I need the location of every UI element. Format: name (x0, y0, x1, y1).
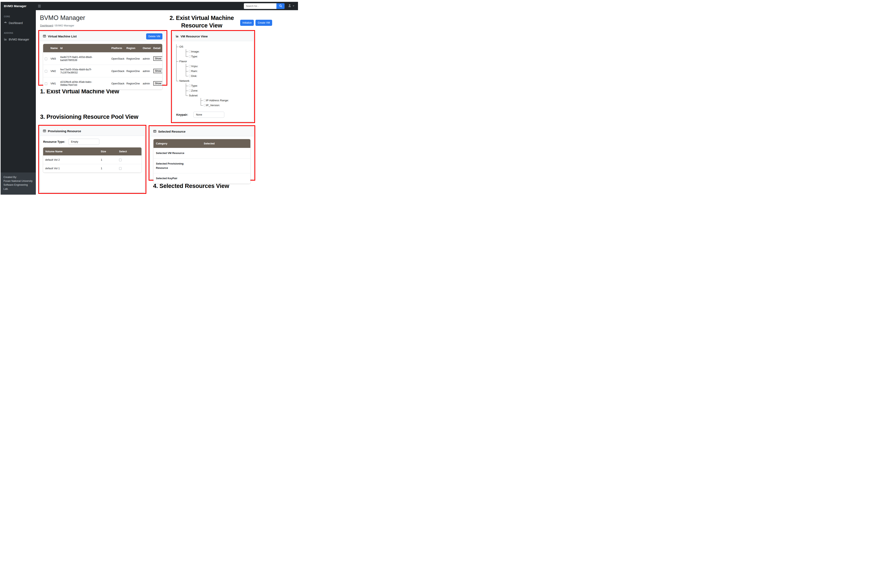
table-icon (153, 130, 156, 134)
sidebar-item-label: BVMO Manager (9, 38, 29, 41)
top-navbar: BVMO Manager (1, 2, 298, 10)
tree-leaf-ip-version: IP_Version: (201, 103, 250, 108)
vm-resource-view-card: VM Resource View OS Image: Type: Flavor … (172, 32, 254, 122)
card-header: VM Resource View (172, 32, 253, 41)
resource-type-row: Resource Type: Empty (43, 139, 142, 145)
tree-checkbox[interactable] (189, 90, 191, 92)
selected-resource-card: Selected Resource Category Selected (150, 127, 254, 179)
table-row: default Vol 1 1 (43, 164, 142, 173)
row-checkbox[interactable] (45, 82, 47, 85)
table-row: Selected KeyPair (154, 173, 250, 184)
card-title: Virtual Machine List (48, 35, 76, 38)
app-frame: BVMO Manager CORE Dashboard ADDON (0, 0, 299, 196)
card-header: Provisioning Resource (40, 126, 145, 136)
card-title: VM Resource View (181, 35, 207, 38)
user-icon (288, 4, 291, 8)
breadcrumb-separator: / (54, 24, 55, 27)
bar-chart-icon (4, 38, 7, 41)
footer-created-by: Created By: (3, 175, 33, 179)
virtual-machine-list-card: Virtual Machine List Delete VM Name Id P… (40, 32, 166, 84)
resource-type-label: Resource Type: (43, 140, 65, 143)
tree-node-flavor: Flavor Vcpu: Ram: Disk: (176, 59, 250, 79)
annotation-2: 2. Exist Virtual Machine Resource View (158, 14, 245, 29)
volume-table: Volume Name Size Select default Vol 2 1 (43, 147, 142, 172)
hamburger-menu-icon[interactable] (38, 5, 41, 7)
table-row: Selected Provisioning Resource (154, 158, 250, 173)
tree-checkbox[interactable] (189, 65, 191, 67)
row-checkbox[interactable] (45, 70, 47, 73)
page-title: BVMO Manager (40, 14, 85, 21)
sidebar-heading-core: CORE (1, 15, 36, 18)
checkbox-column-header (43, 44, 49, 52)
table-row: Selected VM Resource (154, 148, 250, 159)
table-row: default Vol 2 1 (43, 156, 142, 164)
table-row: VM1 d232fbc6-a04e-45ab-babc-0b6be7fd47d3… (43, 77, 162, 90)
tree-leaf-zone: Zone: (186, 88, 250, 93)
show-detail-button[interactable]: Show (153, 81, 162, 86)
tree-checkbox[interactable] (189, 70, 191, 72)
sidebar: CORE Dashboard ADDONS BVMO Manager Creat… (1, 10, 36, 194)
selected-table: Category Selected Selected VM Resource S… (154, 139, 250, 184)
card-header: Selected Resource (150, 127, 254, 136)
provisioning-resource-card: Provisioning Resource Resource Type: Emp… (40, 126, 145, 192)
show-detail-button[interactable]: Show (153, 69, 162, 73)
tree-leaf-ram: Ram: (186, 69, 250, 74)
tree-checkbox[interactable] (189, 50, 191, 53)
tree-node-subnet: Subnet IP Address Range: IP_Version: (186, 93, 250, 108)
table-row: VM2 fee73a05-00da-4bb9-8a7f-7c1970e39032… (43, 65, 162, 77)
table-header-row: Name Id Platform Region Owner Detail (43, 44, 162, 52)
tree-checkbox[interactable] (189, 75, 191, 77)
tree-leaf-type: Type: (186, 54, 250, 59)
sidebar-item-bvmo-manager[interactable]: BVMO Manager (1, 36, 36, 43)
breadcrumb-dashboard-link[interactable]: Dashboard (40, 24, 53, 27)
breadcrumb-current: BVMO Manager (55, 24, 74, 27)
tree-leaf-net-type: Type: (186, 84, 250, 88)
table-header-row: Category Selected (154, 139, 250, 148)
tree-leaf-image: Image: (186, 49, 250, 54)
main-content: BVMO Manager Dashboard / BVMO Manager In… (36, 10, 298, 194)
user-menu[interactable] (288, 4, 294, 8)
annotation-3: 3. Provisioning Resource Pool View (40, 114, 138, 120)
table-header-row: Volume Name Size Select (43, 147, 142, 156)
search-input[interactable] (244, 3, 276, 9)
gauge-icon (4, 21, 7, 25)
chevron-down-icon (293, 6, 294, 6)
tree-leaf-vcpu: Vcpu: (186, 64, 250, 69)
tree-checkbox[interactable] (204, 104, 206, 106)
delete-vm-button[interactable]: Delete VM (146, 33, 162, 40)
sidebar-footer: Created By: Pusan National University So… (1, 172, 36, 195)
sidebar-heading-addons: ADDONS (1, 32, 36, 34)
tree-leaf-ip-range: IP Address Range: (201, 98, 250, 103)
card-title: Provisioning Resource (48, 129, 81, 133)
keypair-select[interactable]: None (194, 112, 224, 118)
brand: BVMO Manager (1, 4, 35, 8)
sidebar-item-dashboard[interactable]: Dashboard (1, 19, 36, 27)
sidebar-item-label: Dashboard (9, 21, 23, 24)
tree-node-network: Network Type: Zone: Subnet IP Address Ra… (176, 79, 250, 108)
volume-checkbox[interactable] (119, 159, 122, 161)
keypair-label: Keypair: (176, 113, 188, 116)
search-icon (279, 4, 282, 8)
tree-checkbox[interactable] (189, 55, 191, 58)
volume-checkbox[interactable] (119, 167, 122, 170)
row-checkbox[interactable] (45, 58, 47, 60)
bar-chart-icon (176, 35, 179, 38)
vm-table: Name Id Platform Region Owner Detail (43, 44, 162, 90)
search-button[interactable] (276, 3, 285, 9)
tree-checkbox[interactable] (204, 99, 206, 102)
resource-tree: OS Image: Type: Flavor Vcpu: Ram: Disk: (172, 41, 253, 109)
footer-organization: Pusan National University Software Engin… (3, 179, 33, 191)
show-detail-button[interactable]: Show (153, 56, 162, 61)
create-vm-button[interactable]: Create VM (256, 20, 272, 26)
table-row: VM3 8a4b727f-9a81-400d-86e8-ba0d076f0539… (43, 52, 162, 65)
tree-node-os: OS Image: Type: (176, 44, 250, 59)
resource-type-select[interactable]: Empty (69, 139, 99, 145)
card-header: Virtual Machine List Delete VM (40, 32, 166, 41)
tree-leaf-disk: Disk: (186, 74, 250, 79)
tree-checkbox[interactable] (189, 85, 191, 87)
navbar-search (244, 3, 285, 9)
card-title: Selected Resource (158, 130, 186, 133)
table-icon (43, 35, 46, 38)
breadcrumb: Dashboard / BVMO Manager (40, 24, 74, 27)
keypair-row: Keypair: None (172, 109, 253, 122)
